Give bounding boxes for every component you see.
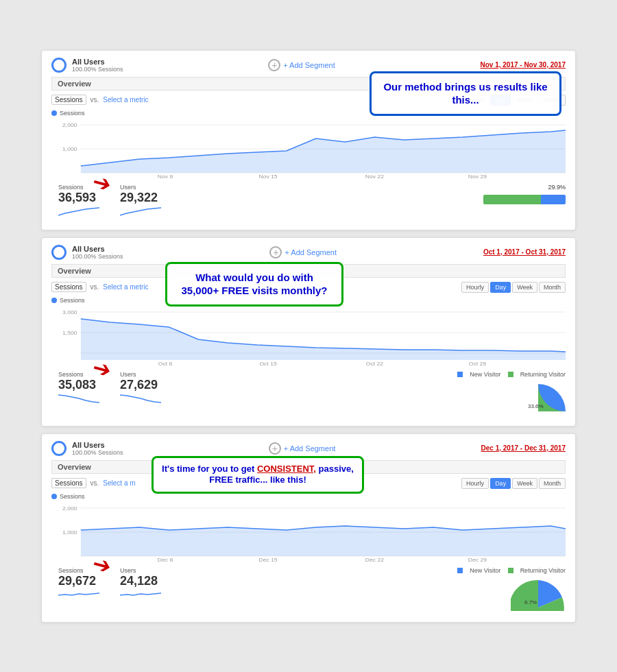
svg-text:Nov 15: Nov 15 bbox=[259, 173, 278, 180]
segment-left-2: All Users 100.00% Sessions bbox=[51, 245, 123, 260]
select-metric-2[interactable]: Select a metric bbox=[103, 283, 148, 291]
progress-bar-1 bbox=[483, 195, 566, 204]
segment-subtitle-3: 100.00% Sessions bbox=[72, 449, 123, 456]
svg-text:3,000: 3,000 bbox=[62, 309, 77, 315]
time-buttons-2: Hourly Day Week Month bbox=[461, 282, 566, 293]
segment-subtitle-1: 100.00% Sessions bbox=[72, 66, 123, 73]
visitor-legend-3: New Visitor Returning Visitor bbox=[457, 567, 566, 574]
btn-month-3[interactable]: Month bbox=[539, 478, 566, 489]
svg-text:Oct 29: Oct 29 bbox=[469, 360, 487, 367]
svg-text:Dec 22: Dec 22 bbox=[365, 556, 385, 563]
new-visitor-dot-3 bbox=[457, 568, 463, 573]
chart-area-2: 3,000 1,500 Oct 8 Oct 15 Oct 22 Oct 29 bbox=[51, 305, 566, 367]
pb-green-1 bbox=[483, 195, 541, 204]
chart-svg-2: 3,000 1,500 Oct 8 Oct 15 Oct 22 Oct 29 bbox=[51, 305, 566, 367]
sessions-dropdown-3[interactable]: Sessions bbox=[51, 478, 86, 488]
returning-visitor-dot-2 bbox=[508, 372, 513, 377]
chart-svg-1: 2,000 1,000 Nov 8 Nov 15 Nov 22 Nov 29 bbox=[51, 118, 566, 180]
btn-month-2[interactable]: Month bbox=[539, 282, 566, 293]
svg-text:Dec 29: Dec 29 bbox=[468, 556, 487, 563]
add-segment-3[interactable]: + + Add Segment bbox=[269, 442, 336, 455]
segment-title-2: All Users bbox=[72, 245, 123, 253]
analytics-card-2: All Users 100.00% Sessions + + Add Segme… bbox=[41, 237, 576, 427]
all-users-icon-1 bbox=[51, 58, 66, 73]
svg-text:Nov 8: Nov 8 bbox=[158, 173, 173, 180]
callout-text-2: What would you do with 35,000+ FREE visi… bbox=[178, 271, 330, 298]
btn-hourly-2[interactable]: Hourly bbox=[461, 282, 489, 293]
callout-text-1: Our method brings us results like this..… bbox=[383, 80, 548, 107]
callout-text-3: It's time for you to get CONSISTENT, pas… bbox=[162, 464, 354, 487]
svg-text:Oct 15: Oct 15 bbox=[259, 360, 277, 367]
sessions-dot-3 bbox=[51, 494, 57, 499]
svg-text:Dec 15: Dec 15 bbox=[259, 556, 278, 563]
svg-text:Nov 22: Nov 22 bbox=[365, 173, 385, 180]
segment-title-3: All Users bbox=[72, 441, 123, 449]
callout-consistent: CONSISTENT, bbox=[257, 464, 316, 474]
sparkline-sessions-1 bbox=[58, 205, 99, 219]
btn-day-3[interactable]: Day bbox=[490, 478, 511, 489]
sparkline-users-1 bbox=[120, 205, 161, 219]
segment-subtitle-2: 100.00% Sessions bbox=[72, 253, 123, 260]
top-bar-2: All Users 100.00% Sessions + + Add Segme… bbox=[51, 245, 566, 260]
sessions-dropdown-1[interactable]: Sessions bbox=[51, 95, 86, 105]
svg-text:Nov 29: Nov 29 bbox=[468, 173, 487, 180]
add-segment-1[interactable]: + + Add Segment bbox=[268, 59, 335, 71]
metric-selector-1: Sessions vs. Select a metric bbox=[51, 95, 149, 105]
stat-block-users-3: Users 24,128 bbox=[120, 567, 161, 602]
pie-area-2: New Visitor Returning Visitor 33.6% bbox=[457, 371, 566, 415]
analytics-card-3: All Users 100.00% Sessions + + Add Segme… bbox=[41, 433, 576, 623]
svg-text:33.6%: 33.6% bbox=[528, 403, 544, 409]
sessions-dot-1 bbox=[51, 110, 57, 116]
svg-text:1,000: 1,000 bbox=[62, 529, 77, 536]
top-bar-1: All Users 100.00% Sessions + + Add Segme… bbox=[51, 58, 566, 73]
date-range-2[interactable]: Oct 1, 2017 - Oct 31, 2017 bbox=[483, 248, 566, 256]
pie-chart-2: 33.6% bbox=[511, 381, 566, 415]
svg-text:1,500: 1,500 bbox=[62, 329, 77, 336]
pie-chart-3: 6.7% bbox=[511, 577, 566, 611]
stat-block-users-2: Users 27,629 bbox=[120, 371, 161, 406]
btn-week-3[interactable]: Week bbox=[512, 478, 537, 489]
analytics-card-1: All Users 100.00% Sessions + + Add Segme… bbox=[41, 50, 576, 230]
callout-2: What would you do with 35,000+ FREE visi… bbox=[165, 262, 343, 307]
btn-hourly-3[interactable]: Hourly bbox=[461, 478, 489, 489]
pie-area-3: New Visitor Returning Visitor 6.7% bbox=[457, 567, 566, 611]
visitor-legend-2: New Visitor Returning Visitor bbox=[457, 371, 566, 378]
sessions-label-1: Sessions bbox=[60, 110, 85, 117]
returning-visitor-dot-3 bbox=[508, 568, 513, 573]
add-circle-icon-3: + bbox=[269, 442, 281, 455]
all-users-icon-2 bbox=[51, 245, 66, 260]
add-circle-icon-1: + bbox=[268, 59, 280, 71]
svg-text:2,000: 2,000 bbox=[62, 505, 77, 512]
svg-text:2,000: 2,000 bbox=[62, 121, 77, 128]
date-range-1[interactable]: Nov 1, 2017 - Nov 30, 2017 bbox=[480, 61, 566, 69]
select-metric-3[interactable]: Select a m bbox=[103, 479, 135, 487]
stat-block-users-1: Users 29,322 bbox=[120, 184, 161, 219]
new-visitor-dot-2 bbox=[457, 372, 463, 377]
btn-day-2[interactable]: Day bbox=[490, 282, 511, 293]
svg-text:Dec 8: Dec 8 bbox=[158, 556, 173, 563]
pb-blue-1 bbox=[541, 195, 566, 204]
sparkline-users-2 bbox=[120, 392, 161, 406]
add-circle-icon-2: + bbox=[269, 246, 282, 259]
all-users-icon-3 bbox=[51, 441, 66, 456]
sessions-label-2: Sessions bbox=[60, 297, 85, 304]
date-range-3[interactable]: Dec 1, 2017 - Dec 31, 2017 bbox=[481, 444, 566, 452]
add-segment-2[interactable]: + + Add Segment bbox=[269, 246, 337, 259]
sparkline-sessions-3 bbox=[58, 588, 99, 602]
sessions-dropdown-2[interactable]: Sessions bbox=[51, 282, 86, 292]
select-metric-1[interactable]: Select a metric bbox=[103, 96, 148, 104]
svg-text:Oct 8: Oct 8 bbox=[158, 360, 173, 367]
callout-1: Our method brings us results like this..… bbox=[370, 71, 561, 116]
segment-left-3: All Users 100.00% Sessions bbox=[51, 441, 123, 456]
sessions-dot-2 bbox=[51, 298, 57, 303]
sessions-label-3: Sessions bbox=[60, 493, 85, 500]
segment-title-1: All Users bbox=[72, 58, 123, 66]
chart-area-3: 2,000 1,000 Dec 8 Dec 15 Dec 22 Dec 29 bbox=[51, 501, 566, 563]
main-container: All Users 100.00% Sessions + + Add Segme… bbox=[41, 50, 576, 623]
btn-week-2[interactable]: Week bbox=[512, 282, 537, 293]
callout-3: It's time for you to get CONSISTENT, pas… bbox=[152, 456, 364, 494]
svg-text:6.7%: 6.7% bbox=[524, 599, 537, 605]
top-bar-3: All Users 100.00% Sessions + + Add Segme… bbox=[51, 441, 566, 456]
metric-selector-2: Sessions vs. Select a metric bbox=[51, 282, 149, 292]
chart-svg-3: 2,000 1,000 Dec 8 Dec 15 Dec 22 Dec 29 bbox=[51, 501, 566, 563]
